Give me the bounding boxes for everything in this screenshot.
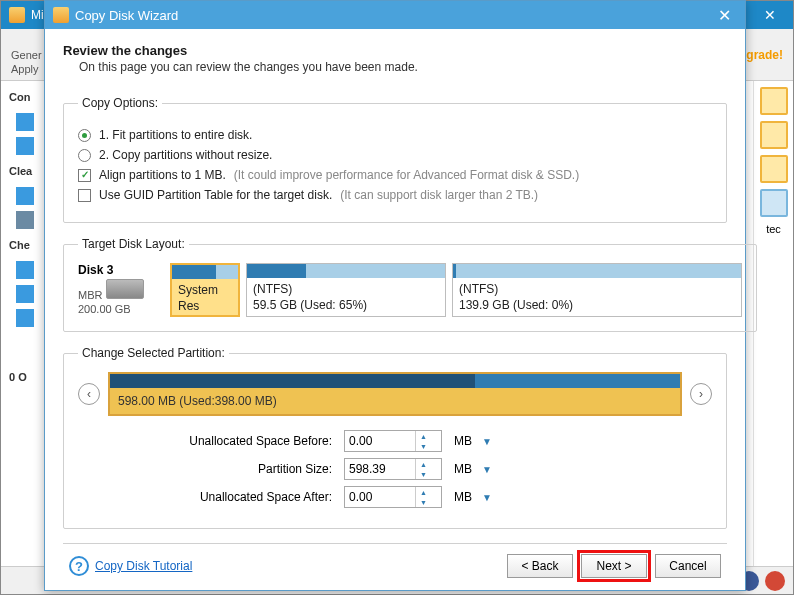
disk-name: Disk 3: [78, 263, 113, 277]
change-partition-legend: Change Selected Partition:: [78, 346, 229, 360]
input-unallocated-before[interactable]: ▲▼: [344, 430, 442, 452]
spin-up-icon[interactable]: ▲: [416, 431, 431, 441]
left-label-check: Che: [1, 235, 48, 255]
left-icon-4[interactable]: [16, 261, 34, 279]
option-align-1mb[interactable]: Align partitions to 1 MB. (It could impr…: [78, 168, 712, 182]
option-fit-entire-disk[interactable]: 1. Fit partitions to entire disk.: [78, 128, 712, 142]
row-partition-size: Partition Size: ▲▼ MB ▼: [78, 458, 712, 480]
spin-down-icon[interactable]: ▼: [416, 497, 431, 507]
option-label: Use GUID Partition Table for the target …: [99, 188, 332, 202]
left-label-zero: 0 O: [1, 367, 48, 387]
option-hint: (It can support disk larger than 2 TB.): [340, 188, 538, 202]
copy-options-legend: Copy Options:: [78, 96, 162, 110]
spin-up-icon[interactable]: ▲: [416, 459, 431, 469]
unit-label: MB: [454, 462, 472, 476]
input-field[interactable]: [345, 459, 415, 479]
unit-dropdown-icon[interactable]: ▼: [482, 464, 492, 475]
label-size: Partition Size:: [78, 462, 338, 476]
close-button[interactable]: ✕: [755, 7, 785, 23]
checkbox-icon: [78, 169, 91, 182]
selected-partition-text: 598.00 MB (Used:398.00 MB): [118, 394, 277, 408]
thumb-3[interactable]: [760, 155, 788, 183]
copy-disk-tutorial-link[interactable]: Copy Disk Tutorial: [95, 559, 192, 573]
partition-form: Unallocated Space Before: ▲▼ MB ▼ Partit…: [78, 430, 712, 508]
partition-2[interactable]: (NTFS)59.5 GB (Used: 65%): [246, 263, 446, 317]
thumb-2[interactable]: [760, 121, 788, 149]
row-unallocated-after: Unallocated Space After: ▲▼ MB ▼: [78, 486, 712, 508]
help-icon[interactable]: ?: [69, 556, 89, 576]
change-partition-group: Change Selected Partition: ‹ 598.00 MB (…: [63, 346, 727, 529]
input-partition-size[interactable]: ▲▼: [344, 458, 442, 480]
copy-disk-wizard-dialog: Copy Disk Wizard ✕ Review the changes On…: [44, 0, 746, 591]
main-right-panel: tec: [753, 81, 793, 566]
option-hint: (It could improve performance for Advanc…: [234, 168, 579, 182]
spin-down-icon[interactable]: ▼: [416, 441, 431, 451]
target-layout-legend: Target Disk Layout:: [78, 237, 189, 251]
back-button[interactable]: < Back: [507, 554, 573, 578]
cancel-button[interactable]: Cancel: [655, 554, 721, 578]
upgrade-label[interactable]: grade!: [746, 48, 783, 62]
label-before: Unallocated Space Before:: [78, 434, 338, 448]
toolbar-general[interactable]: Gener: [11, 49, 42, 61]
target-disk-layout-group: Target Disk Layout: Disk 3 MBR 200.00 GB…: [63, 237, 757, 332]
next-button[interactable]: Next >: [581, 554, 647, 578]
left-icon-3[interactable]: [16, 187, 34, 205]
left-label-con: Con: [1, 87, 48, 107]
next-partition-button[interactable]: ›: [690, 383, 712, 405]
checkbox-icon: [78, 189, 91, 202]
input-unallocated-after[interactable]: ▲▼: [344, 486, 442, 508]
radio-icon: [78, 129, 91, 142]
radio-icon: [78, 149, 91, 162]
left-icon-1[interactable]: [16, 113, 34, 131]
input-field[interactable]: [345, 487, 415, 507]
disk-icon: [106, 279, 144, 299]
option-copy-without-resize[interactable]: 2. Copy partitions without resize.: [78, 148, 712, 162]
wizard-close-icon[interactable]: ✕: [712, 6, 737, 25]
row-unallocated-before: Unallocated Space Before: ▲▼ MB ▼: [78, 430, 712, 452]
wizard-subheading: On this page you can review the changes …: [63, 60, 727, 74]
disk-row: Disk 3 MBR 200.00 GB System Res598 MB (U…: [78, 263, 742, 317]
wizard-title: Copy Disk Wizard: [75, 8, 712, 23]
label-after: Unallocated Space After:: [78, 490, 338, 504]
disk-info: Disk 3 MBR 200.00 GB: [78, 263, 164, 317]
wizard-titlebar: Copy Disk Wizard ✕: [45, 1, 745, 29]
copy-options-group: Copy Options: 1. Fit partitions to entir…: [63, 96, 727, 223]
left-icon-6[interactable]: [16, 309, 34, 327]
disk-size: 200.00 GB: [78, 303, 131, 315]
prev-partition-button[interactable]: ‹: [78, 383, 100, 405]
wizard-heading: Review the changes: [63, 43, 727, 58]
gplus-icon[interactable]: [765, 571, 785, 591]
left-label-clean: Clea: [1, 161, 48, 181]
trash-icon[interactable]: [16, 211, 34, 229]
left-icon-2[interactable]: [16, 137, 34, 155]
selected-partition-bar[interactable]: 598.00 MB (Used:398.00 MB): [108, 372, 682, 416]
spin-down-icon[interactable]: ▼: [416, 469, 431, 479]
main-left-panel: Con Clea Che 0 O: [1, 81, 49, 566]
thumb-4[interactable]: [760, 189, 788, 217]
wizard-icon: [53, 7, 69, 23]
toolbar-apply[interactable]: Apply: [11, 63, 39, 75]
wizard-footer: ? Copy Disk Tutorial < Back Next > Cance…: [63, 543, 727, 590]
spin-up-icon[interactable]: ▲: [416, 487, 431, 497]
wizard-header: Review the changes On this page you can …: [63, 43, 727, 74]
left-icon-5[interactable]: [16, 285, 34, 303]
thumb-1[interactable]: [760, 87, 788, 115]
partition-3[interactable]: (NTFS)139.9 GB (Used: 0%): [452, 263, 742, 317]
right-label: tec: [754, 223, 793, 235]
change-row: ‹ 598.00 MB (Used:398.00 MB) ›: [78, 372, 712, 416]
option-label: 1. Fit partitions to entire disk.: [99, 128, 252, 142]
unit-dropdown-icon[interactable]: ▼: [482, 436, 492, 447]
option-label: Align partitions to 1 MB.: [99, 168, 226, 182]
option-label: 2. Copy partitions without resize.: [99, 148, 272, 162]
partition-1[interactable]: System Res598 MB (Use: [170, 263, 240, 317]
app-icon: [9, 7, 25, 23]
option-use-gpt[interactable]: Use GUID Partition Table for the target …: [78, 188, 712, 202]
unit-label: MB: [454, 434, 472, 448]
input-field[interactable]: [345, 431, 415, 451]
wizard-body: Review the changes On this page you can …: [45, 29, 745, 590]
disk-type: MBR: [78, 289, 102, 301]
unit-label: MB: [454, 490, 472, 504]
unit-dropdown-icon[interactable]: ▼: [482, 492, 492, 503]
